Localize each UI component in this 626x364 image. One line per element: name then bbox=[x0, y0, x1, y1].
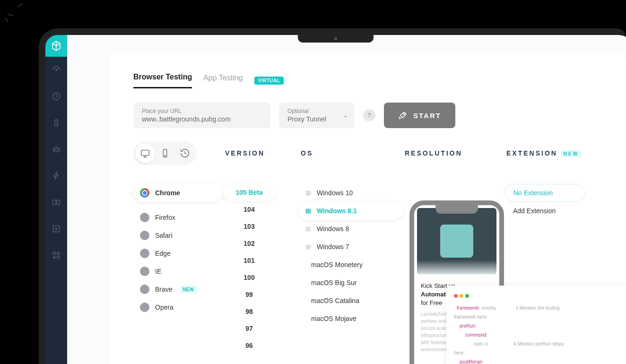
start-label: START bbox=[413, 112, 441, 120]
svg-rect-7 bbox=[57, 200, 60, 205]
chrome-icon bbox=[140, 188, 149, 198]
os-item[interactable]: macOS Mojave bbox=[299, 310, 403, 328]
version-item[interactable]: 103 bbox=[223, 218, 275, 235]
version-item[interactable]: 99 bbox=[223, 286, 275, 303]
laptop-frame: Browser Testing App Testing VIRTUAL Plac… bbox=[39, 28, 626, 364]
code-window: framework: mocha # Mention the testing f… bbox=[446, 286, 626, 364]
os-label: macOS Mojave bbox=[311, 315, 356, 322]
browser-label: IE bbox=[155, 268, 161, 275]
svg-rect-11 bbox=[57, 256, 60, 259]
lightning-icon[interactable] bbox=[45, 163, 67, 189]
extension-header: EXTENSION NEW bbox=[506, 149, 582, 157]
url-input[interactable] bbox=[142, 115, 262, 123]
no-extension-item[interactable]: No Extension bbox=[504, 184, 585, 202]
os-label: Windows 8 bbox=[317, 225, 349, 233]
device-toggle bbox=[133, 141, 197, 165]
safari-icon bbox=[140, 231, 149, 240]
code-block: framework: mocha # Mention the testing f… bbox=[454, 303, 618, 364]
resolution-header: RESOLUTION bbox=[405, 149, 506, 157]
brave-icon bbox=[140, 285, 149, 294]
window-dots bbox=[454, 291, 618, 300]
windows-icon: ⊞ bbox=[305, 243, 311, 251]
proxy-value: Proxy Tunnel bbox=[287, 115, 346, 123]
chevron-down-icon: ⌄ bbox=[343, 112, 348, 119]
browser-item-edge[interactable]: Edge bbox=[133, 244, 223, 262]
phone-notch bbox=[435, 205, 478, 214]
proxy-select[interactable]: Optional Proxy Tunnel ⌄ bbox=[279, 103, 355, 128]
os-item[interactable]: macOS Monetery bbox=[299, 256, 403, 274]
new-badge: NEW bbox=[180, 286, 197, 293]
os-item[interactable]: ⊞Windows 8.1 bbox=[299, 202, 403, 220]
browser-item-ie[interactable]: IE bbox=[133, 262, 223, 280]
svg-rect-3 bbox=[53, 148, 59, 152]
svg-rect-6 bbox=[53, 200, 56, 205]
tab-browser-testing[interactable]: Browser Testing bbox=[133, 73, 192, 88]
os-item[interactable]: ⊞Windows 10 bbox=[299, 184, 403, 202]
windows-icon: ⊞ bbox=[305, 225, 311, 233]
version-item[interactable]: 104 bbox=[223, 201, 275, 218]
browser-item-opera[interactable]: Opera bbox=[133, 298, 223, 316]
browser-item-firefox[interactable]: Firefox bbox=[133, 208, 223, 226]
battery-icon[interactable] bbox=[45, 110, 67, 136]
os-item[interactable]: macOS Catalina bbox=[299, 292, 403, 310]
apps-icon[interactable] bbox=[45, 242, 67, 269]
os-item[interactable]: ⊞Windows 7 bbox=[299, 238, 403, 256]
os-label: Windows 7 bbox=[317, 243, 349, 251]
windows-icon: ⊞ bbox=[305, 207, 311, 215]
start-button[interactable]: START bbox=[384, 103, 455, 128]
app-logo[interactable] bbox=[45, 35, 67, 57]
svg-rect-9 bbox=[53, 252, 55, 254]
controls-row: Place your URL Optional Proxy Tunnel ⌄ ?… bbox=[133, 103, 602, 128]
svg-point-0 bbox=[56, 69, 57, 71]
history-icon[interactable] bbox=[45, 83, 67, 110]
browser-item-chrome[interactable]: Chrome bbox=[133, 184, 223, 202]
os-column: ⊞Windows 10 ⊞Windows 8.1 ⊞Windows 8 ⊞Win… bbox=[299, 184, 403, 354]
desktop-device-button[interactable] bbox=[135, 143, 155, 163]
version-item[interactable]: 96 bbox=[223, 337, 275, 354]
main-content: Browser Testing App Testing VIRTUAL Plac… bbox=[67, 35, 626, 364]
add-extension-item[interactable]: Add Extension bbox=[504, 202, 585, 220]
svg-rect-13 bbox=[141, 150, 149, 156]
rocket-icon bbox=[398, 111, 408, 120]
version-item[interactable]: 101 bbox=[223, 252, 275, 269]
os-header: OS bbox=[301, 149, 405, 157]
history-device-button[interactable] bbox=[175, 143, 195, 163]
versions-column: 105 Beta 104 103 102 101 100 99 98 97 96 bbox=[223, 184, 299, 354]
compare-icon[interactable] bbox=[45, 189, 67, 216]
svg-point-4 bbox=[55, 149, 56, 150]
sidebar bbox=[45, 35, 67, 364]
os-label: macOS Big Sur bbox=[311, 279, 356, 286]
ie-icon bbox=[140, 267, 149, 276]
version-item[interactable]: 105 Beta bbox=[223, 184, 275, 201]
tab-app-testing[interactable]: App Testing bbox=[203, 74, 243, 88]
svg-point-10 bbox=[57, 252, 60, 254]
windows-icon: ⊞ bbox=[305, 189, 311, 197]
version-item[interactable]: 97 bbox=[223, 320, 275, 337]
proxy-label: Optional bbox=[287, 108, 346, 114]
url-label: Place your URL bbox=[142, 108, 262, 114]
browser-item-brave[interactable]: BraveNEW bbox=[133, 280, 223, 298]
version-header: VERSION bbox=[225, 149, 301, 157]
os-item[interactable]: ⊞Windows 8 bbox=[299, 220, 403, 238]
version-item[interactable]: 98 bbox=[223, 303, 275, 320]
robot-icon[interactable] bbox=[45, 136, 67, 163]
browsers-column: Chrome Firefox Safari Edge IE BraveNEW O… bbox=[133, 184, 223, 354]
browser-label: Brave bbox=[155, 286, 173, 293]
version-item[interactable]: 102 bbox=[223, 235, 275, 252]
os-label: macOS Catalina bbox=[311, 297, 359, 304]
url-input-group[interactable]: Place your URL bbox=[133, 103, 270, 128]
dashboard-icon[interactable] bbox=[45, 57, 67, 83]
add-icon[interactable] bbox=[45, 216, 67, 242]
version-item[interactable]: 100 bbox=[223, 269, 275, 286]
help-icon[interactable]: ? bbox=[363, 109, 375, 121]
os-label: macOS Monetery bbox=[311, 261, 363, 269]
browser-label: Opera bbox=[155, 303, 174, 311]
os-item[interactable]: macOS Big Sur bbox=[299, 274, 403, 292]
browser-item-safari[interactable]: Safari bbox=[133, 226, 223, 244]
edge-icon bbox=[140, 249, 149, 258]
os-label: Windows 8.1 bbox=[317, 207, 357, 215]
mobile-device-button[interactable] bbox=[155, 143, 175, 163]
os-label: Windows 10 bbox=[317, 189, 353, 197]
tabs-row: Browser Testing App Testing VIRTUAL bbox=[133, 73, 602, 88]
browser-label: Edge bbox=[155, 250, 171, 257]
